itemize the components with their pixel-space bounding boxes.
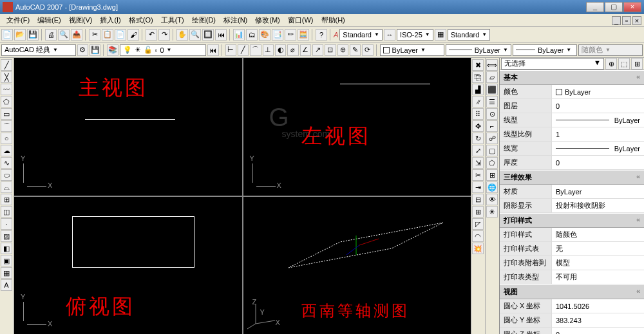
dim-center-icon[interactable]: ⊕ [337, 44, 348, 56]
layer-mgr-icon[interactable]: 📚 [107, 44, 118, 56]
menu-file[interactable]: 文件(F) [3, 14, 33, 26]
menu-tools[interactable]: 工具(T) [157, 14, 188, 26]
property-value[interactable]: 1 [551, 127, 644, 141]
dim-radius-icon[interactable]: ◐ [275, 44, 286, 56]
fillet-icon[interactable]: ◠ [472, 230, 484, 242]
mdi-minimize-button[interactable]: _ [612, 16, 621, 25]
table-draw-icon[interactable]: ▦ [1, 267, 12, 279]
selectobj-icon[interactable]: ⬚ [618, 58, 630, 70]
polygon-icon[interactable]: ⬠ [1, 96, 12, 107]
insert-icon[interactable]: ⊞ [1, 194, 12, 205]
3dorbit-icon[interactable]: 🌐 [486, 181, 498, 193]
pan-icon[interactable]: ✋ [176, 29, 188, 41]
paste-icon[interactable]: 📄 [115, 29, 126, 41]
property-row[interactable]: 阴影显示投射和接收阴影 [500, 199, 644, 213]
pline-icon[interactable]: 〰 [1, 84, 12, 95]
section-3d[interactable]: 三维效果« [500, 170, 644, 185]
sheetset-icon[interactable]: 📑 [272, 29, 283, 41]
vp-config-icon[interactable]: ⊞ [486, 169, 498, 181]
property-row[interactable]: 线型比例1 [500, 127, 644, 142]
viewport-sw-iso[interactable]: 西南等轴测图 Z X Y [243, 197, 471, 335]
mdi-close-button[interactable]: × [632, 16, 641, 25]
dim-aligned-icon[interactable]: ╱ [238, 44, 249, 56]
table-style-select[interactable]: Standard▼ [448, 29, 491, 41]
property-value[interactable]: 0 [551, 99, 644, 113]
save-icon[interactable]: 💾 [27, 29, 39, 41]
plotstyle-select[interactable]: 随颜色▼ [578, 44, 643, 56]
property-value[interactable]: 投射和接收阴影 [551, 199, 644, 212]
vp-single-icon[interactable]: ▢ [486, 145, 498, 156]
dim-leader-icon[interactable]: ↗ [312, 44, 323, 56]
new-icon[interactable]: 📄 [1, 29, 13, 41]
property-value[interactable]: 0 [551, 328, 644, 334]
lineweight-select[interactable]: ByLayer▼ [513, 44, 577, 56]
property-row[interactable]: 厚度0 [500, 156, 644, 170]
quickselect-icon[interactable]: ⊕ [605, 58, 617, 70]
zoom-window-icon[interactable]: 🔲 [202, 29, 214, 41]
properties-icon[interactable]: 📊 [233, 29, 245, 41]
property-value[interactable]: ByLayer [551, 113, 644, 127]
menu-view[interactable]: 视图(V) [65, 14, 97, 26]
move-icon[interactable]: ✥ [472, 120, 484, 132]
property-row[interactable]: 打印样式表无 [500, 242, 644, 256]
arc-icon[interactable]: ⌒ [1, 120, 12, 132]
erase-icon[interactable]: ✖ [472, 59, 484, 71]
markup-icon[interactable]: ✏ [285, 29, 296, 41]
property-value[interactable]: 随颜色 [551, 228, 644, 241]
break-icon[interactable]: ⊟ [472, 194, 484, 205]
dim-update-icon[interactable]: ⟳ [362, 44, 373, 56]
print-icon[interactable]: 🖨 [45, 29, 57, 41]
property-row[interactable]: 颜色ByLayer [500, 85, 644, 99]
explode-icon[interactable]: 💥 [472, 243, 484, 254]
block-icon[interactable]: ◫ [1, 206, 12, 218]
hide-icon[interactable]: 👁 [486, 194, 498, 205]
offset-icon[interactable]: ⫽ [472, 96, 484, 107]
copy-icon[interactable]: 📋 [102, 29, 113, 41]
cut-icon[interactable]: ✂ [89, 29, 100, 41]
ellipse-icon[interactable]: ⬭ [1, 169, 12, 181]
array-icon[interactable]: ⠿ [472, 108, 484, 120]
layer-select[interactable]: 💡 ☀ 🔓 ▫ 0▼ [120, 44, 207, 56]
property-value[interactable]: ByLayer [551, 185, 644, 198]
id-icon[interactable]: ⊙ [486, 108, 498, 120]
spline-icon[interactable]: ∿ [1, 157, 12, 169]
menu-dim[interactable]: 标注(N) [220, 14, 251, 26]
property-row[interactable]: 线宽ByLayer [500, 142, 644, 156]
join-icon[interactable]: ⊞ [472, 206, 484, 218]
dim-edit-icon[interactable]: ✎ [350, 44, 361, 56]
menu-window[interactable]: 窗口(W) [284, 14, 317, 26]
ucs-tool-icon[interactable]: ⌐ [486, 120, 498, 132]
dim-tolerance-icon[interactable]: ⊡ [325, 44, 336, 56]
property-row[interactable]: 线型ByLayer [500, 113, 644, 127]
dim-arc-icon[interactable]: ⌒ [250, 44, 261, 56]
undo-icon[interactable]: ↶ [146, 29, 157, 41]
property-row[interactable]: 打印样式随颜色 [500, 228, 644, 242]
property-value[interactable]: 模型 [551, 256, 644, 270]
zoom-icon[interactable]: 🔍 [189, 29, 201, 41]
workspace-select[interactable]: AutoCAD 经典▼ [1, 44, 76, 56]
property-value[interactable]: 不可用 [551, 270, 644, 284]
property-row[interactable]: 圆心 Y 坐标383.243 [500, 313, 644, 328]
region-mass-icon[interactable]: ⬛ [486, 84, 498, 95]
property-row[interactable]: 打印表类型不可用 [500, 270, 644, 284]
dim-ord-icon[interactable]: ⊥ [263, 44, 274, 56]
property-row[interactable]: 图层0 [500, 99, 644, 113]
copy-obj-icon[interactable]: ⿻ [472, 71, 484, 83]
dim-icon[interactable]: ↔ [384, 29, 395, 41]
maximize-button[interactable]: ▢ [605, 2, 623, 12]
dim-style-select[interactable]: ISO-25▼ [397, 29, 433, 41]
calc-icon[interactable]: 🧮 [298, 29, 309, 41]
dim-diameter-icon[interactable]: ⌀ [287, 44, 298, 56]
line-icon[interactable]: ╱ [1, 59, 12, 71]
dist-icon[interactable]: ⟺ [486, 59, 498, 71]
xline-icon[interactable]: ╳ [1, 71, 12, 83]
layer-prev-icon[interactable]: ⏮ [207, 44, 218, 56]
property-row[interactable]: 圆心 Z 坐标0 [500, 328, 644, 334]
chamfer-icon[interactable]: ◸ [472, 218, 484, 230]
preview-icon[interactable]: 🔍 [58, 29, 70, 41]
gradient-icon[interactable]: ◧ [1, 243, 12, 254]
render-icon[interactable]: ☀ [486, 206, 498, 218]
hatch-icon[interactable]: ▨ [1, 230, 12, 242]
point-icon[interactable]: · [1, 218, 12, 230]
property-value[interactable]: 无 [551, 242, 644, 255]
